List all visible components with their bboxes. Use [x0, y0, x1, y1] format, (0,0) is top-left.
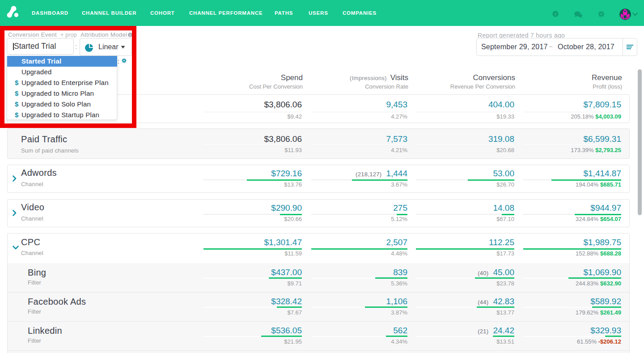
svg-text:?: ?: [554, 12, 557, 17]
